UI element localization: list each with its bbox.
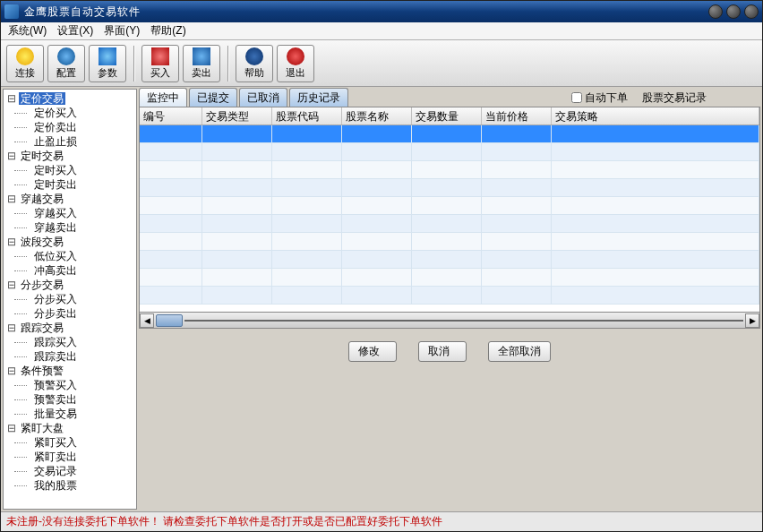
window-buttons [708, 4, 759, 19]
help-icon [245, 47, 263, 65]
tree-group[interactable]: 条件预警 [5, 364, 134, 378]
col-code[interactable]: 股票代码 [272, 107, 342, 124]
tree-group[interactable]: 定价交易 [5, 91, 134, 106]
menubar: 系统(W) 设置(X) 界面(Y) 帮助(Z) [1, 22, 762, 40]
table-row[interactable] [140, 215, 759, 233]
buy-button[interactable]: 买入 [141, 45, 179, 82]
cancel-button[interactable]: 取消 [418, 341, 467, 362]
menu-view[interactable]: 界面(Y) [104, 23, 140, 39]
tree-item[interactable]: 预警卖出 [5, 392, 134, 407]
menu-settings[interactable]: 设置(X) [57, 23, 93, 39]
tree-item[interactable]: 定时买入 [5, 163, 134, 177]
tree-item[interactable]: 紧盯买入 [5, 435, 134, 450]
tree-group[interactable]: 分步交易 [5, 278, 134, 292]
tree-item[interactable]: 冲高卖出 [5, 263, 134, 278]
tree-group[interactable]: 紧盯大盘 [5, 421, 134, 435]
tree-item[interactable]: 分步买入 [5, 292, 134, 306]
tree-group[interactable]: 定时交易 [5, 149, 134, 163]
table-row[interactable] [140, 179, 759, 197]
exit-button[interactable]: 退出 [277, 45, 314, 82]
grid: 编号 交易类型 股票代码 股票名称 交易数量 当前价格 交易策略 [139, 107, 760, 313]
menu-system[interactable]: 系统(W) [8, 23, 47, 39]
tree-item[interactable]: 紧盯卖出 [5, 450, 134, 464]
tree-item[interactable]: 穿越卖出 [5, 220, 134, 235]
col-type[interactable]: 交易类型 [202, 107, 272, 124]
main-panel: 监控中 已提交 已取消 历史记录 自动下单 股票交易记录 编号 交易类型 股票代… [139, 89, 760, 510]
tree-item[interactable]: 交易记录 [5, 464, 134, 478]
tree-group[interactable]: 跟踪交易 [5, 321, 134, 335]
table-row[interactable] [140, 125, 759, 143]
statusbar: 未注册-没有连接委托下单软件！ 请检查委托下单软件是否打开或是否已配置好委托下单… [1, 511, 762, 531]
table-row[interactable] [140, 161, 759, 179]
tree-panel: 定价交易定价买入定价卖出止盈止损定时交易定时买入定时卖出穿越交易穿越买入穿越卖出… [3, 89, 137, 510]
param-icon [99, 47, 116, 65]
tree-item[interactable]: 批量交易 [5, 407, 134, 421]
grid-body [140, 125, 759, 312]
scroll-left-icon[interactable]: ◀ [140, 313, 154, 328]
table-row[interactable] [140, 197, 759, 215]
menu-help[interactable]: 帮助(Z) [150, 23, 185, 39]
trade-log-label[interactable]: 股票交易记录 [642, 90, 707, 106]
tab-monitoring[interactable]: 监控中 [139, 88, 187, 107]
sell-icon [193, 47, 210, 65]
col-id[interactable]: 编号 [140, 107, 202, 124]
connect-button[interactable]: 连接 [6, 45, 44, 82]
cancel-all-button[interactable]: 全部取消 [488, 341, 551, 362]
tree-item[interactable]: 跟踪卖出 [5, 349, 134, 364]
param-button[interactable]: 参数 [89, 45, 126, 82]
action-buttons: 修改 取消 全部取消 [139, 341, 760, 362]
hscrollbar[interactable]: ◀ ▶ [139, 313, 760, 329]
tree-item[interactable]: 定价卖出 [5, 120, 134, 134]
tree-item[interactable]: 我的股票 [5, 478, 134, 493]
table-row[interactable] [140, 287, 759, 305]
minimize-button[interactable] [708, 4, 723, 19]
maximize-button[interactable] [726, 4, 741, 19]
tree-item[interactable]: 分步卖出 [5, 306, 134, 321]
config-icon [57, 47, 75, 65]
tab-cancelled[interactable]: 已取消 [239, 88, 287, 107]
tab-history[interactable]: 历史记录 [289, 88, 348, 107]
status-text: 未注册-没有连接委托下单软件！ 请检查委托下单软件是否打开或是否已配置好委托下单… [6, 514, 442, 529]
tree-item[interactable]: 穿越买入 [5, 206, 134, 220]
grid-header: 编号 交易类型 股票代码 股票名称 交易数量 当前价格 交易策略 [140, 107, 759, 125]
connect-icon [16, 47, 34, 65]
tree-group[interactable]: 穿越交易 [5, 192, 134, 206]
buy-icon [151, 47, 169, 65]
app-icon [4, 4, 19, 19]
auto-order-input[interactable] [571, 92, 582, 103]
auto-order-checkbox[interactable]: 自动下单 [571, 90, 628, 106]
exit-icon [287, 47, 304, 65]
tab-row: 监控中 已提交 已取消 历史记录 自动下单 股票交易记录 [139, 89, 760, 107]
window-title: 金鹰股票自动交易软件 [24, 4, 708, 20]
table-row[interactable] [140, 269, 759, 287]
table-row[interactable] [140, 143, 759, 161]
tree-item[interactable]: 定时卖出 [5, 177, 134, 192]
tree-item[interactable]: 止盈止损 [5, 134, 134, 149]
titlebar: 金鹰股票自动交易软件 [1, 1, 762, 22]
modify-button[interactable]: 修改 [348, 341, 397, 362]
table-row[interactable] [140, 233, 759, 251]
close-button[interactable] [744, 4, 759, 19]
scroll-right-icon[interactable]: ▶ [745, 313, 759, 328]
config-button[interactable]: 配置 [47, 45, 85, 82]
tab-submitted[interactable]: 已提交 [189, 88, 237, 107]
sell-button[interactable]: 卖出 [183, 45, 220, 82]
tree-item[interactable]: 低位买入 [5, 249, 134, 263]
tree-group[interactable]: 波段交易 [5, 235, 134, 249]
col-strategy[interactable]: 交易策略 [552, 107, 759, 124]
tree-item[interactable]: 定价买入 [5, 106, 134, 120]
toolbar: 连接 配置 参数 买入 卖出 帮助 退出 [1, 40, 762, 87]
col-price[interactable]: 当前价格 [482, 107, 552, 124]
table-row[interactable] [140, 251, 759, 269]
col-qty[interactable]: 交易数量 [412, 107, 482, 124]
tree-item[interactable]: 预警买入 [5, 378, 134, 392]
scroll-thumb[interactable] [156, 314, 183, 327]
help-button[interactable]: 帮助 [236, 45, 273, 82]
col-name[interactable]: 股票名称 [342, 107, 412, 124]
tree-item[interactable]: 跟踪买入 [5, 335, 134, 349]
